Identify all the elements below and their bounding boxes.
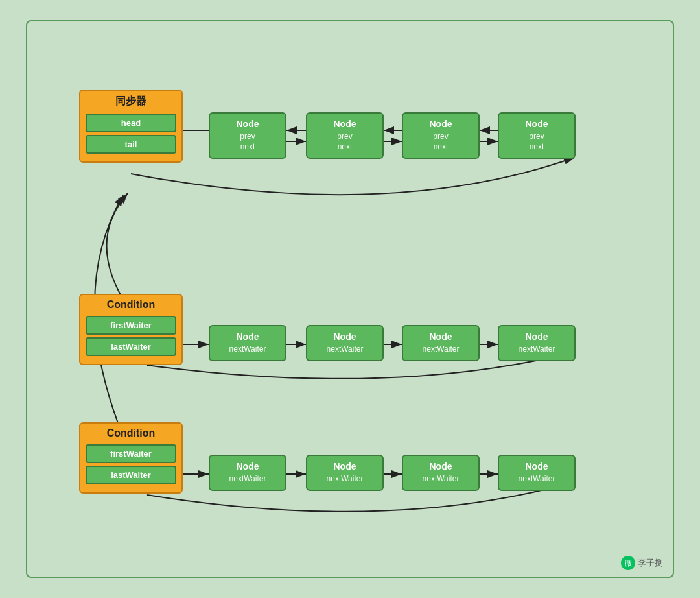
cond1-node-4: Node nextWaiter xyxy=(498,325,576,361)
cond1-node-2: Node nextWaiter xyxy=(306,325,384,361)
cond1-node-2-title: Node xyxy=(311,331,379,342)
cond2-node-1-title: Node xyxy=(214,461,281,472)
cond2-node-1: Node nextWaiter xyxy=(209,455,286,491)
diagram-container: 同步器 head tail Node prev next Node prev n… xyxy=(26,20,674,578)
cond2-node-3: Node nextWaiter xyxy=(402,455,480,491)
sync-node-2-next: next xyxy=(311,142,379,151)
cond2-node-4-title: Node xyxy=(503,461,570,472)
sync-node-1: Node prev next xyxy=(209,112,286,159)
cond2-node-2: Node nextWaiter xyxy=(306,455,384,491)
sync-tail-field: tail xyxy=(86,135,176,154)
condition1-title: Condition xyxy=(80,295,181,313)
condition2-title: Condition xyxy=(80,424,181,442)
condition1-firstwaiter: firstWaiter xyxy=(86,316,176,335)
sync-node-4-next: next xyxy=(503,142,570,151)
cond2-node-2-field: nextWaiter xyxy=(311,474,379,483)
condition2-box: Condition firstWaiter lastWaiter xyxy=(79,422,183,494)
cond1-node-1: Node nextWaiter xyxy=(209,325,286,361)
sync-node-1-next: next xyxy=(214,142,281,151)
watermark-text: 李子捌 xyxy=(638,557,663,569)
sync-node-2: Node prev next xyxy=(306,112,384,159)
cond1-node-3: Node nextWaiter xyxy=(402,325,480,361)
condition1-box: Condition firstWaiter lastWaiter xyxy=(79,294,183,365)
cond2-node-2-title: Node xyxy=(311,461,379,472)
condition1-lastwaiter: lastWaiter xyxy=(86,337,176,356)
cond1-node-1-field: nextWaiter xyxy=(214,344,281,353)
sync-node-3-title: Node xyxy=(407,119,474,129)
sync-node-2-prev: prev xyxy=(311,132,379,141)
sync-node-1-title: Node xyxy=(214,119,281,129)
cond2-node-4-field: nextWaiter xyxy=(503,474,570,483)
sync-node-4: Node prev next xyxy=(498,112,576,159)
synchronizer-box: 同步器 head tail xyxy=(79,90,183,163)
sync-node-2-title: Node xyxy=(311,119,379,129)
synchronizer-title: 同步器 xyxy=(80,91,181,111)
cond2-node-1-field: nextWaiter xyxy=(214,474,281,483)
cond1-node-2-field: nextWaiter xyxy=(311,344,379,353)
cond2-node-3-field: nextWaiter xyxy=(407,474,474,483)
sync-node-3-next: next xyxy=(407,142,474,151)
cond1-node-3-field: nextWaiter xyxy=(407,344,474,353)
cond1-node-4-field: nextWaiter xyxy=(503,344,570,353)
cond1-node-3-title: Node xyxy=(407,331,474,342)
condition2-lastwaiter: lastWaiter xyxy=(86,466,176,484)
cond1-node-1-title: Node xyxy=(214,331,281,342)
sync-head-field: head xyxy=(86,114,176,132)
sync-node-4-title: Node xyxy=(503,119,570,129)
watermark: 微 李子捌 xyxy=(621,556,663,570)
cond2-node-4: Node nextWaiter xyxy=(498,455,576,491)
watermark-icon: 微 xyxy=(621,556,635,570)
sync-node-4-prev: prev xyxy=(503,132,570,141)
sync-node-3: Node prev next xyxy=(402,112,480,159)
cond2-node-3-title: Node xyxy=(407,461,474,472)
sync-node-3-prev: prev xyxy=(407,132,474,141)
cond1-node-4-title: Node xyxy=(503,331,570,342)
sync-node-1-prev: prev xyxy=(214,132,281,141)
condition2-firstwaiter: firstWaiter xyxy=(86,444,176,463)
